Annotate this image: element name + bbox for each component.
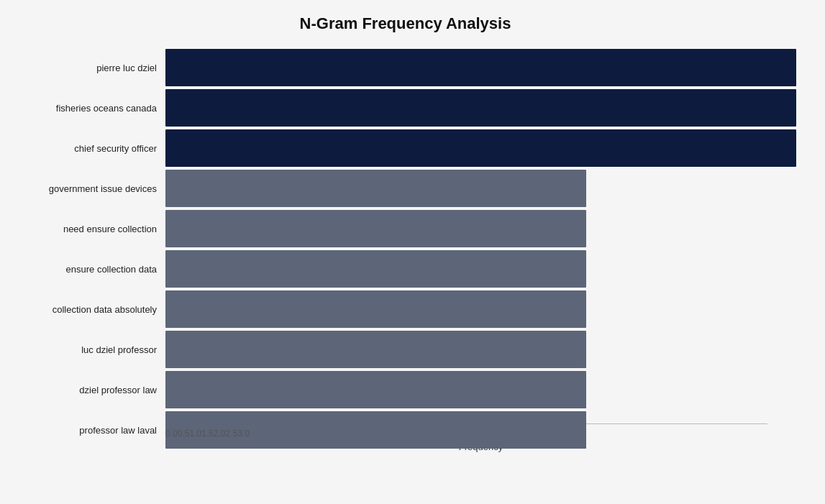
x-axis: 0.00.51.01.52.02.53.0 [165, 429, 796, 439]
bar-track [165, 210, 796, 247]
chart-area: pierre luc dzielfisheries oceans canadac… [14, 47, 796, 422]
bar [165, 89, 796, 127]
x-tick: 0.0 [165, 429, 178, 439]
bar-track [165, 250, 796, 288]
bar-track [165, 89, 796, 127]
bar-label: pierre luc dziel [14, 63, 165, 73]
bar-row: dziel professor law [14, 371, 796, 408]
bar-label: government issue devices [14, 183, 165, 194]
bar-row: government issue devices [14, 170, 796, 207]
bar-track [165, 170, 796, 207]
bar [165, 129, 796, 167]
x-tick: 2.0 [214, 429, 226, 439]
x-tick: 3.0 [237, 429, 250, 439]
x-tick: 0.5 [178, 429, 190, 439]
x-tick: 1.0 [189, 429, 201, 439]
bar [165, 49, 796, 86]
bar [165, 170, 586, 207]
bar-track [165, 290, 796, 328]
chart-container: N-Gram Frequency Analysis pierre luc dzi… [0, 0, 825, 504]
bar-label: dziel professor law [14, 385, 165, 395]
bar [165, 371, 586, 408]
bar-track [165, 371, 796, 408]
chart-title: N-Gram Frequency Analysis [14, 14, 796, 33]
bar [165, 210, 586, 247]
bar-row: pierre luc dziel [14, 49, 796, 86]
bar-label: professor law laval [14, 425, 165, 436]
bar-row: ensure collection data [14, 250, 796, 288]
bar-label: ensure collection data [14, 264, 165, 275]
bar-label: fisheries oceans canada [14, 103, 165, 114]
bar-row: luc dziel professor [14, 331, 796, 368]
bar-label: chief security officer [14, 143, 165, 154]
bar [165, 250, 586, 288]
bar [165, 290, 586, 328]
bar-label: need ensure collection [14, 224, 165, 234]
bar-row: fisheries oceans canada [14, 89, 796, 127]
bar-track [165, 49, 796, 86]
bar-row: chief security officer [14, 129, 796, 167]
bar-row: need ensure collection [14, 210, 796, 247]
bar-row: collection data absolutely [14, 290, 796, 328]
x-tick: 2.5 [225, 429, 237, 439]
bar-label: collection data absolutely [14, 304, 165, 315]
x-tick: 1.5 [201, 429, 214, 439]
bar-label: luc dziel professor [14, 344, 165, 355]
bar-track [165, 331, 796, 368]
bar-track [165, 129, 796, 167]
bar [165, 331, 586, 368]
